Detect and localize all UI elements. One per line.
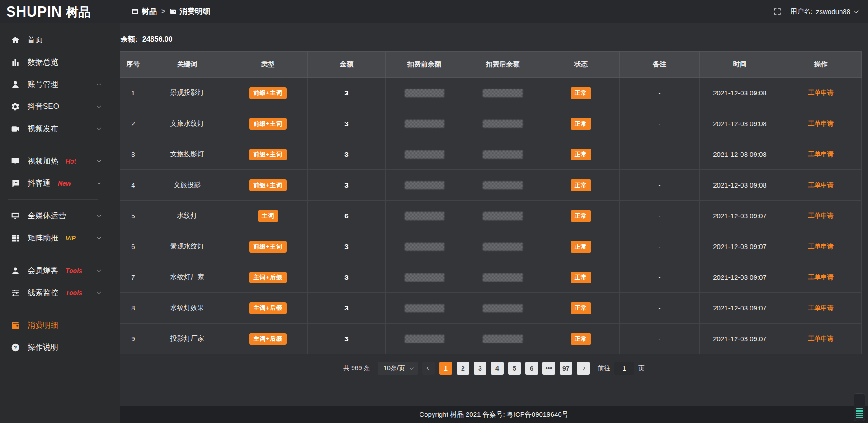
cell-balance-after — [463, 170, 542, 201]
sidebar-item-label: 线索监控 — [28, 287, 58, 298]
chevron-down-icon — [854, 9, 859, 13]
cell-amount: 3 — [308, 108, 386, 139]
type-badge: 主词+后缀 — [249, 272, 287, 283]
cell-balance-after — [463, 262, 542, 293]
page-button-4[interactable]: 4 — [491, 362, 504, 375]
breadcrumb-current[interactable]: 消费明细 — [170, 6, 210, 17]
chevron-down-icon — [410, 366, 413, 369]
cell-balance-after — [463, 139, 542, 170]
page-button-6[interactable]: 6 — [525, 362, 538, 375]
table-row: 7水纹灯厂家主词+后缀3正常-2021-12-03 09:07工单申请 — [120, 262, 862, 293]
table-row: 4文旅投影前缀+主词3正常-2021-12-03 09:08工单申请 — [120, 170, 862, 201]
cell-balance-before — [386, 293, 463, 324]
page-button-1[interactable]: 1 — [439, 362, 452, 375]
chevron-down-icon — [97, 268, 101, 272]
cell-balance-before — [386, 108, 463, 139]
prev-page-button[interactable] — [422, 362, 435, 375]
monitor-icon — [11, 157, 20, 166]
sidebar-item-consumption-detail[interactable]: 消费明细 — [0, 314, 120, 336]
type-badge: 主词+后缀 — [249, 302, 287, 314]
cell-balance-before — [386, 231, 463, 262]
type-badge: 主词+后缀 — [249, 333, 287, 345]
masked-value — [405, 212, 444, 220]
sidebar-item-douketong[interactable]: 抖客通New — [0, 172, 120, 194]
work-order-link[interactable]: 工单申请 — [808, 150, 834, 158]
page-button-97[interactable]: 97 — [560, 362, 572, 375]
work-order-link[interactable]: 工单申请 — [808, 89, 834, 96]
sidebar-menu: 首页数据总览账号管理抖音SEO视频发布视频加热Hot抖客通New全媒体运营矩阵助… — [0, 29, 120, 358]
sidebar-item-clue-monitor[interactable]: 线索监控Tools — [0, 282, 120, 304]
work-order-link[interactable]: 工单申请 — [808, 304, 834, 311]
sidebar-divider — [8, 199, 98, 200]
cell-keyword: 投影灯厂家 — [146, 324, 228, 354]
sidebar-item-home[interactable]: 首页 — [0, 29, 120, 51]
sidebar-item-video-heat[interactable]: 视频加热Hot — [0, 150, 120, 172]
cell-amount: 3 — [308, 139, 386, 170]
masked-value — [483, 150, 523, 159]
cell-time: 2021-12-03 09:08 — [700, 108, 780, 139]
cell-balance-before — [386, 262, 463, 293]
status-badge: 正常 — [571, 210, 591, 222]
sidebar-item-douyin-seo[interactable]: 抖音SEO — [0, 95, 120, 118]
sidebar-item-account-manage[interactable]: 账号管理 — [0, 73, 120, 95]
masked-value — [405, 304, 444, 312]
consumption-table: 序号关键词类型金额扣费前余额扣费后余额状态备注时间操作 1景观投影灯前缀+主词3… — [120, 51, 862, 354]
breadcrumb-home[interactable]: 树品 — [132, 6, 157, 17]
cell-type: 前缀+主词 — [228, 139, 308, 170]
next-page-button[interactable] — [577, 362, 590, 375]
cell-balance-after — [463, 108, 542, 139]
cell-note: - — [620, 262, 700, 293]
page-button-5[interactable]: 5 — [508, 362, 521, 375]
more-pages-button[interactable]: ••• — [542, 362, 555, 375]
sidebar-item-tag: Tools — [66, 267, 82, 274]
sidebar-item-member-baoke[interactable]: 会员爆客Tools — [0, 259, 120, 282]
masked-value — [483, 335, 523, 343]
chevron-down-icon — [97, 180, 101, 185]
sidebar-item-media-operation[interactable]: 全媒体运营 — [0, 205, 120, 227]
work-order-link[interactable]: 工单申请 — [808, 181, 834, 188]
work-order-link[interactable]: 工单申请 — [808, 120, 834, 127]
cell-type: 前缀+主词 — [228, 78, 308, 108]
status-badge: 正常 — [571, 333, 591, 345]
cell-type: 前缀+主词 — [228, 170, 308, 201]
sidebar-item-instructions[interactable]: ?操作说明 — [0, 336, 120, 358]
column-header: 序号 — [120, 52, 146, 78]
pagination-total: 共 969 条 — [343, 364, 370, 372]
sidebar-item-matrix-boost[interactable]: 矩阵助推VIP — [0, 227, 120, 249]
sidebar-item-label: 首页 — [28, 35, 43, 45]
work-order-link[interactable]: 工单申请 — [808, 273, 834, 281]
page-button-3[interactable]: 3 — [474, 362, 486, 375]
balance-value: 24856.00 — [142, 35, 173, 43]
chevron-down-icon — [97, 290, 101, 294]
fullscreen-icon[interactable] — [774, 8, 781, 15]
type-badge: 前缀+主词 — [249, 118, 287, 130]
masked-value — [405, 181, 444, 189]
question-icon: ? — [11, 343, 20, 352]
sidebar-item-data-overview[interactable]: 数据总览 — [0, 51, 120, 73]
sidebar-item-label: 矩阵助推 — [28, 233, 58, 243]
cell-balance-before — [386, 78, 463, 108]
cell-index: 4 — [120, 170, 146, 201]
cell-amount: 6 — [308, 201, 386, 231]
type-badge: 主词 — [258, 210, 278, 222]
goto-page: 前往 页 — [598, 362, 645, 375]
wallet-icon — [170, 8, 177, 15]
cell-action: 工单申请 — [780, 139, 862, 170]
work-order-link[interactable]: 工单申请 — [808, 335, 834, 342]
cell-amount: 3 — [308, 262, 386, 293]
goto-page-input[interactable] — [614, 362, 634, 375]
page-button-2[interactable]: 2 — [457, 362, 469, 375]
chevron-down-icon — [97, 126, 101, 130]
floating-widget[interactable] — [854, 393, 865, 421]
cell-amount: 3 — [308, 293, 386, 324]
sidebar: 首页数据总览账号管理抖音SEO视频发布视频加热Hot抖客通New全媒体运营矩阵助… — [0, 23, 120, 423]
sidebar-item-video-publish[interactable]: 视频发布 — [0, 118, 120, 140]
cell-note: - — [620, 139, 700, 170]
cell-status: 正常 — [542, 262, 620, 293]
masked-value — [405, 273, 444, 282]
bar-chart-icon — [11, 58, 20, 67]
user-dropdown[interactable]: 用户名: zswodun88 — [790, 7, 857, 16]
work-order-link[interactable]: 工单申请 — [808, 243, 834, 250]
page-size-select[interactable]: 10条/页 — [378, 362, 417, 375]
work-order-link[interactable]: 工单申请 — [808, 212, 834, 219]
